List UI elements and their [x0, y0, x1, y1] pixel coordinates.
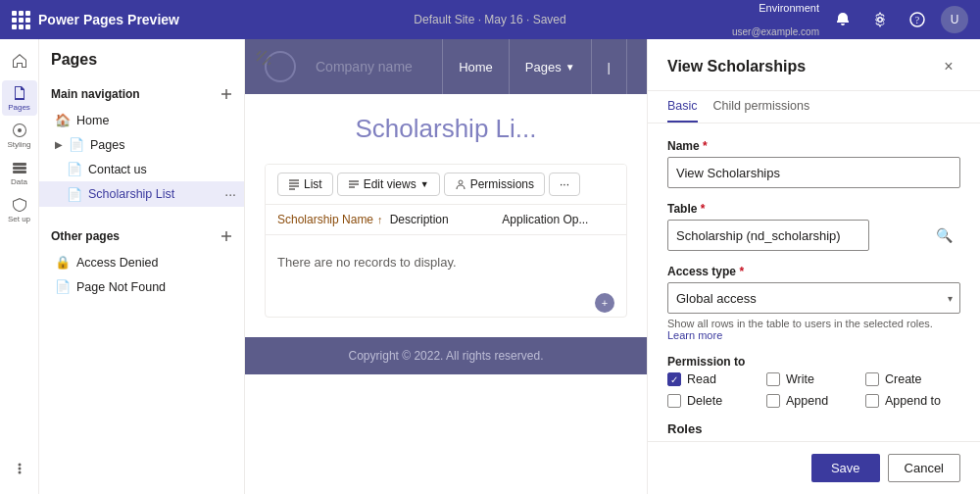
sidebar-item-page-not-found[interactable]: 📄 Page Not Found: [39, 274, 244, 299]
app-title: Power Pages Preview: [38, 12, 179, 27]
sort-icon: ↑: [377, 214, 383, 225]
help-icon[interactable]: ?: [904, 6, 931, 33]
tab-child-permissions[interactable]: Child permissions: [713, 91, 810, 123]
main-nav-header: Main navigation: [39, 80, 244, 108]
perm-write-label: Write: [786, 372, 814, 386]
site-nav-extra[interactable]: |: [592, 39, 627, 94]
roles-section: Roles Add roles 👥 Anonymous Users ⋯ 👥 Au…: [667, 421, 960, 441]
name-input[interactable]: [667, 157, 960, 188]
add-other-page-button[interactable]: [217, 226, 236, 246]
perm-append-label: Append: [786, 394, 828, 408]
access-denied-icon: 🔒: [55, 255, 71, 270]
site-table-area: List Edit views ▼ Permissions ···: [265, 164, 627, 318]
perm-create: Create: [865, 372, 960, 386]
tab-basic[interactable]: Basic: [667, 91, 698, 123]
access-hint: Show all rows in the table to users in t…: [667, 318, 960, 341]
perm-append-to-label: Append to: [885, 394, 941, 408]
panel-tabs: Basic Child permissions: [648, 91, 980, 124]
other-pages-label: Other pages: [51, 229, 120, 243]
site-table-header: Scholarship Name ↑ Description Applicati…: [266, 205, 626, 235]
pagination-btn[interactable]: +: [595, 293, 614, 313]
edit-views-chevron: ▼: [420, 179, 429, 189]
perm-append-to-checkbox[interactable]: [865, 394, 879, 408]
sidebar-item-page-not-found-label: Page Not Found: [76, 280, 166, 294]
perm-create-checkbox[interactable]: [865, 372, 879, 386]
icon-bar-setup[interactable]: Set up: [2, 192, 37, 227]
site-nav-pages[interactable]: Pages ▼: [510, 39, 592, 94]
sidebar-item-home-label: Home: [76, 114, 109, 127]
setup-label: Set up: [8, 215, 30, 223]
perm-delete-checkbox[interactable]: [667, 394, 681, 408]
table-more-button[interactable]: ···: [549, 173, 580, 196]
environment-name: Environment: [759, 1, 819, 15]
learn-more-link[interactable]: Learn more: [667, 329, 722, 341]
sidebar-item-access-denied[interactable]: 🔒 Access Denied: [39, 250, 244, 274]
svg-rect-5: [13, 171, 26, 173]
perm-append-checkbox[interactable]: [766, 394, 780, 408]
topbar-status: Default Site · May 16 · Saved: [414, 13, 565, 26]
notifications-icon[interactable]: [829, 6, 857, 33]
cancel-button[interactable]: Cancel: [888, 454, 960, 482]
table-input[interactable]: [667, 220, 869, 251]
access-type-field-group: Access type * Global access Contact acce…: [667, 265, 960, 341]
name-field-group: Name *: [667, 139, 960, 188]
site-page-title: Scholarship Li...: [245, 94, 647, 164]
list-button[interactable]: List: [277, 173, 333, 196]
icon-bar-pages[interactable]: Pages: [2, 80, 37, 116]
svg-point-9: [459, 180, 463, 184]
edit-views-button[interactable]: Edit views ▼: [337, 173, 440, 196]
perm-read-checkbox[interactable]: [667, 372, 681, 386]
site-nav-home[interactable]: Home: [442, 39, 510, 94]
icon-bar-styling[interactable]: Styling: [2, 118, 37, 153]
app-launcher-icon[interactable]: [12, 11, 30, 29]
table-select-wrap: 🔍: [667, 220, 960, 251]
perm-write: Write: [766, 372, 861, 386]
permission-to-group: Permission to Read Write Create: [667, 355, 960, 408]
sidebar-item-access-denied-label: Access Denied: [76, 256, 158, 270]
permissions-button[interactable]: Permissions: [444, 173, 545, 196]
access-type-label: Access type *: [667, 265, 960, 278]
sidebar-item-contact-us[interactable]: 📄 Contact us: [39, 157, 244, 181]
panel-title: View Scholarships: [667, 58, 806, 75]
sidebar-item-pages-label: Pages: [90, 138, 124, 152]
site-company-name: Company name: [316, 59, 413, 74]
icon-bar-more[interactable]: [2, 451, 37, 486]
icon-bar-home[interactable]: [2, 43, 37, 78]
preview-resize-icon[interactable]: [255, 49, 272, 70]
table-required: *: [701, 202, 706, 216]
sidebar-item-pages[interactable]: ▶ 📄 Pages: [39, 132, 244, 157]
topbar: Power Pages Preview Default Site · May 1…: [0, 0, 980, 39]
access-type-select[interactable]: Global access Contact access Account acc…: [667, 282, 960, 314]
environment-email: user@example.com: [732, 25, 819, 38]
permissions-grid: Read Write Create Delete: [667, 372, 960, 408]
perm-delete-label: Delete: [687, 394, 722, 408]
sidebar-item-scholarship-list[interactable]: 📄 Scholarship List ···: [39, 181, 244, 207]
home-icon: 🏠: [55, 113, 71, 127]
add-main-nav-button[interactable]: [217, 84, 236, 104]
settings-icon[interactable]: [866, 6, 894, 33]
icon-bar-data[interactable]: Data: [2, 155, 37, 190]
right-panel: View Scholarships × Basic Child permissi…: [647, 39, 980, 494]
col-description: Description: [390, 213, 503, 226]
site-table-toolbar: List Edit views ▼ Permissions ···: [266, 165, 626, 205]
user-avatar[interactable]: U: [941, 6, 968, 33]
page-icon: 📄: [69, 137, 84, 152]
site-header: Company name Home Pages ▼ |: [245, 39, 647, 94]
sidebar-item-home[interactable]: 🏠 Home: [39, 108, 244, 132]
svg-point-7: [18, 468, 21, 470]
table-field-group: Table * 🔍: [667, 202, 960, 251]
content-area: Company name Home Pages ▼ | Scholarship …: [245, 39, 647, 494]
panel-close-button[interactable]: ×: [937, 55, 960, 78]
site-table-empty: There are no records to display.: [266, 235, 626, 289]
save-button[interactable]: Save: [811, 454, 880, 482]
perm-read: Read: [667, 372, 762, 386]
svg-rect-4: [13, 167, 26, 170]
perm-write-checkbox[interactable]: [766, 372, 780, 386]
other-pages-section: Other pages 🔒 Access Denied 📄 Page Not F…: [39, 219, 244, 303]
item-more-icon[interactable]: ···: [224, 186, 236, 202]
data-label: Data: [11, 177, 27, 186]
perm-create-label: Create: [885, 372, 922, 386]
other-pages-header: Other pages: [39, 222, 244, 250]
environment-info: Environment user@example.com: [732, 1, 819, 37]
col-scholarship-name: Scholarship Name ↑: [277, 213, 390, 226]
